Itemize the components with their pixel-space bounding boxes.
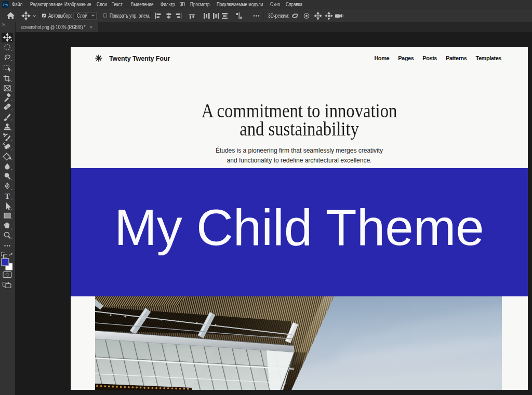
svg-text:Ps: Ps: [3, 3, 8, 7]
svg-text:T: T: [5, 192, 10, 200]
